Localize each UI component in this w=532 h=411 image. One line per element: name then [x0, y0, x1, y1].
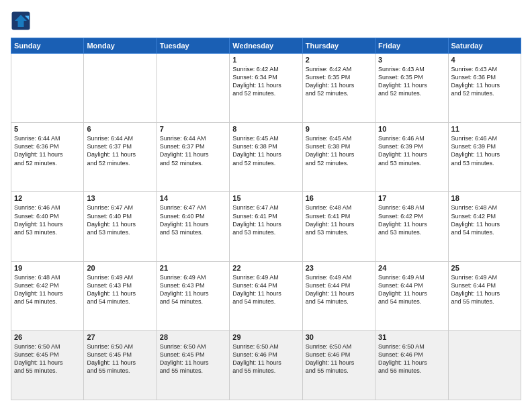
- day-number: 6: [87, 125, 153, 133]
- day-info: Sunrise: 6:49 AM Sunset: 6:44 PM Dayligh…: [451, 273, 518, 306]
- day-info: Sunrise: 6:50 AM Sunset: 6:45 PM Dayligh…: [87, 342, 153, 375]
- calendar-cell: 18Sunrise: 6:48 AM Sunset: 6:42 PM Dayli…: [448, 192, 521, 261]
- day-info: Sunrise: 6:44 AM Sunset: 6:37 PM Dayligh…: [87, 134, 153, 167]
- calendar-cell: 27Sunrise: 6:50 AM Sunset: 6:45 PM Dayli…: [84, 330, 157, 400]
- day-number: 4: [451, 56, 518, 64]
- calendar-cell: 16Sunrise: 6:48 AM Sunset: 6:41 PM Dayli…: [302, 192, 375, 261]
- calendar-cell: 29Sunrise: 6:50 AM Sunset: 6:46 PM Dayli…: [230, 330, 302, 400]
- weekday-header-row: SundayMondayTuesdayWednesdayThursdayFrid…: [11, 38, 521, 54]
- calendar-cell: 24Sunrise: 6:49 AM Sunset: 6:44 PM Dayli…: [375, 261, 448, 330]
- calendar-cell: 31Sunrise: 6:50 AM Sunset: 6:46 PM Dayli…: [375, 330, 448, 400]
- day-number: 13: [87, 194, 153, 202]
- logo: [11, 11, 34, 31]
- calendar-cell: [84, 54, 157, 123]
- day-number: 28: [160, 333, 226, 341]
- day-number: 19: [14, 264, 81, 272]
- calendar-cell: 9Sunrise: 6:45 AM Sunset: 6:38 PM Daylig…: [302, 123, 375, 192]
- day-number: 8: [232, 125, 299, 133]
- day-number: 2: [306, 56, 372, 64]
- calendar-header: SundayMondayTuesdayWednesdayThursdayFrid…: [11, 38, 521, 54]
- day-number: 9: [306, 125, 372, 133]
- day-number: 22: [232, 264, 299, 272]
- calendar-cell: 19Sunrise: 6:48 AM Sunset: 6:42 PM Dayli…: [11, 261, 84, 330]
- calendar-cell: 2Sunrise: 6:42 AM Sunset: 6:35 PM Daylig…: [302, 54, 375, 123]
- day-info: Sunrise: 6:49 AM Sunset: 6:44 PM Dayligh…: [378, 273, 445, 306]
- calendar-cell: 3Sunrise: 6:43 AM Sunset: 6:35 PM Daylig…: [375, 54, 448, 123]
- day-number: 12: [14, 194, 81, 202]
- calendar-cell: 30Sunrise: 6:50 AM Sunset: 6:46 PM Dayli…: [302, 330, 375, 400]
- calendar-week-3: 19Sunrise: 6:48 AM Sunset: 6:42 PM Dayli…: [11, 261, 521, 330]
- day-number: 27: [87, 333, 153, 341]
- day-number: 25: [451, 264, 518, 272]
- day-number: 24: [378, 264, 445, 272]
- day-info: Sunrise: 6:42 AM Sunset: 6:35 PM Dayligh…: [306, 65, 372, 98]
- day-number: 31: [378, 333, 445, 341]
- day-info: Sunrise: 6:50 AM Sunset: 6:46 PM Dayligh…: [306, 342, 372, 375]
- calendar-week-1: 5Sunrise: 6:44 AM Sunset: 6:36 PM Daylig…: [11, 123, 521, 192]
- calendar-body: 1Sunrise: 6:42 AM Sunset: 6:34 PM Daylig…: [11, 54, 521, 400]
- weekday-tuesday: Tuesday: [157, 38, 229, 54]
- day-info: Sunrise: 6:42 AM Sunset: 6:34 PM Dayligh…: [232, 65, 299, 98]
- calendar-cell: 15Sunrise: 6:47 AM Sunset: 6:41 PM Dayli…: [230, 192, 302, 261]
- calendar-cell: 13Sunrise: 6:47 AM Sunset: 6:40 PM Dayli…: [84, 192, 157, 261]
- calendar-cell: [157, 54, 229, 123]
- header: [11, 11, 521, 31]
- day-info: Sunrise: 6:43 AM Sunset: 6:35 PM Dayligh…: [378, 65, 445, 98]
- page: SundayMondayTuesdayWednesdayThursdayFrid…: [0, 0, 532, 411]
- weekday-saturday: Saturday: [448, 38, 521, 54]
- calendar-cell: 25Sunrise: 6:49 AM Sunset: 6:44 PM Dayli…: [448, 261, 521, 330]
- day-info: Sunrise: 6:46 AM Sunset: 6:40 PM Dayligh…: [14, 203, 81, 236]
- day-number: 21: [160, 264, 226, 272]
- calendar-cell: 21Sunrise: 6:49 AM Sunset: 6:43 PM Dayli…: [157, 261, 229, 330]
- day-info: Sunrise: 6:47 AM Sunset: 6:40 PM Dayligh…: [87, 203, 153, 236]
- day-number: 15: [232, 194, 299, 202]
- day-info: Sunrise: 6:48 AM Sunset: 6:41 PM Dayligh…: [306, 203, 372, 236]
- day-number: 3: [378, 56, 445, 64]
- calendar-cell: 12Sunrise: 6:46 AM Sunset: 6:40 PM Dayli…: [11, 192, 84, 261]
- calendar-cell: 1Sunrise: 6:42 AM Sunset: 6:34 PM Daylig…: [230, 54, 302, 123]
- calendar-table: SundayMondayTuesdayWednesdayThursdayFrid…: [11, 38, 521, 400]
- day-number: 23: [306, 264, 372, 272]
- day-info: Sunrise: 6:49 AM Sunset: 6:44 PM Dayligh…: [232, 273, 299, 306]
- day-info: Sunrise: 6:47 AM Sunset: 6:41 PM Dayligh…: [232, 203, 299, 236]
- calendar-cell: 6Sunrise: 6:44 AM Sunset: 6:37 PM Daylig…: [84, 123, 157, 192]
- day-info: Sunrise: 6:45 AM Sunset: 6:38 PM Dayligh…: [306, 134, 372, 167]
- weekday-thursday: Thursday: [302, 38, 375, 54]
- calendar-cell: 20Sunrise: 6:49 AM Sunset: 6:43 PM Dayli…: [84, 261, 157, 330]
- weekday-wednesday: Wednesday: [230, 38, 302, 54]
- day-info: Sunrise: 6:50 AM Sunset: 6:46 PM Dayligh…: [378, 342, 445, 375]
- day-number: 18: [451, 194, 518, 202]
- day-number: 14: [160, 194, 226, 202]
- day-number: 30: [306, 333, 372, 341]
- calendar-week-2: 12Sunrise: 6:46 AM Sunset: 6:40 PM Dayli…: [11, 192, 521, 261]
- day-number: 20: [87, 264, 153, 272]
- day-number: 10: [378, 125, 445, 133]
- day-info: Sunrise: 6:48 AM Sunset: 6:42 PM Dayligh…: [378, 203, 445, 236]
- calendar-cell: [448, 330, 521, 400]
- day-info: Sunrise: 6:43 AM Sunset: 6:36 PM Dayligh…: [451, 65, 518, 98]
- logo-icon: [11, 11, 31, 31]
- day-info: Sunrise: 6:46 AM Sunset: 6:39 PM Dayligh…: [451, 134, 518, 167]
- day-info: Sunrise: 6:50 AM Sunset: 6:46 PM Dayligh…: [232, 342, 299, 375]
- calendar-cell: 5Sunrise: 6:44 AM Sunset: 6:36 PM Daylig…: [11, 123, 84, 192]
- day-number: 29: [232, 333, 299, 341]
- calendar-cell: 7Sunrise: 6:44 AM Sunset: 6:37 PM Daylig…: [157, 123, 229, 192]
- calendar-cell: 8Sunrise: 6:45 AM Sunset: 6:38 PM Daylig…: [230, 123, 302, 192]
- calendar-cell: 22Sunrise: 6:49 AM Sunset: 6:44 PM Dayli…: [230, 261, 302, 330]
- day-info: Sunrise: 6:49 AM Sunset: 6:44 PM Dayligh…: [306, 273, 372, 306]
- day-info: Sunrise: 6:47 AM Sunset: 6:40 PM Dayligh…: [160, 203, 226, 236]
- day-number: 5: [14, 125, 81, 133]
- weekday-friday: Friday: [375, 38, 448, 54]
- day-number: 26: [14, 333, 81, 341]
- day-info: Sunrise: 6:46 AM Sunset: 6:39 PM Dayligh…: [378, 134, 445, 167]
- calendar-week-0: 1Sunrise: 6:42 AM Sunset: 6:34 PM Daylig…: [11, 54, 521, 123]
- calendar-cell: 17Sunrise: 6:48 AM Sunset: 6:42 PM Dayli…: [375, 192, 448, 261]
- day-info: Sunrise: 6:49 AM Sunset: 6:43 PM Dayligh…: [87, 273, 153, 306]
- calendar-cell: 28Sunrise: 6:50 AM Sunset: 6:45 PM Dayli…: [157, 330, 229, 400]
- calendar-cell: 4Sunrise: 6:43 AM Sunset: 6:36 PM Daylig…: [448, 54, 521, 123]
- weekday-monday: Monday: [84, 38, 157, 54]
- calendar-cell: 14Sunrise: 6:47 AM Sunset: 6:40 PM Dayli…: [157, 192, 229, 261]
- day-info: Sunrise: 6:44 AM Sunset: 6:37 PM Dayligh…: [160, 134, 226, 167]
- day-number: 11: [451, 125, 518, 133]
- day-info: Sunrise: 6:50 AM Sunset: 6:45 PM Dayligh…: [160, 342, 226, 375]
